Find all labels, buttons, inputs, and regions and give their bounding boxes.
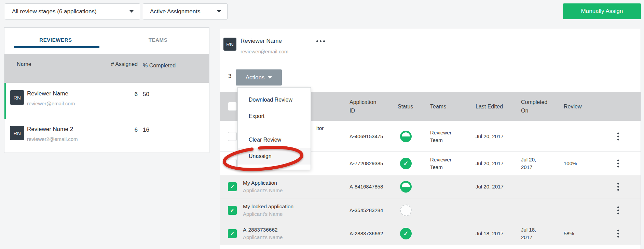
column-assigned: # Assigned	[104, 61, 138, 67]
row-menu-icon[interactable]	[613, 183, 623, 191]
assigned-count: 6	[104, 127, 138, 133]
row-menu-icon[interactable]	[613, 159, 623, 167]
teams-cell: Reviewer Team	[430, 156, 463, 171]
chevron-down-icon	[129, 10, 134, 13]
application-id: A-8416847858	[350, 183, 384, 191]
column-status: Status	[398, 102, 425, 111]
assigned-count: 6	[104, 91, 138, 98]
menu-item-export[interactable]: Export	[238, 108, 311, 124]
applicant-name: Applicant's Name	[243, 234, 342, 241]
application-id: A-7720829385	[350, 160, 384, 167]
selected-count: 3	[228, 73, 231, 80]
application-id: A-3545283284	[350, 207, 384, 214]
application-row[interactable]: ✓ My Application Applicant's Name A-8416…	[220, 175, 641, 198]
row-checkbox-checked[interactable]: ✓	[228, 182, 237, 191]
teams-cell: Reviewer Team	[430, 129, 463, 144]
avatar: RN	[223, 38, 236, 51]
column-name: Name	[17, 61, 31, 67]
completed-percent: 16	[143, 127, 149, 133]
reviewer-name: Reviewer Name 2	[27, 126, 73, 133]
menu-divider	[238, 128, 311, 128]
last-edited-cell: Jul 20, 2017	[476, 183, 516, 191]
row-menu-icon[interactable]	[613, 132, 623, 140]
menu-item-clear-review[interactable]: Clear Review	[238, 132, 311, 148]
manually-assign-button[interactable]: Manually Assign	[563, 3, 641, 19]
selected-indicator	[4, 83, 6, 119]
review-cell: 100%	[564, 160, 591, 167]
application-name-fragment: itor	[316, 124, 342, 132]
status-complete-icon: ✓	[400, 228, 412, 239]
row-checkbox[interactable]	[228, 132, 237, 141]
column-review: Review	[564, 102, 591, 111]
row-menu-icon[interactable]	[613, 206, 623, 214]
review-stage-filter-dropdown[interactable]: All review stages (6 applications)	[5, 3, 140, 19]
application-name: My locked application	[243, 203, 342, 210]
actions-button[interactable]: Actions	[236, 69, 282, 86]
completed-percent: 50	[143, 91, 149, 98]
row-checkbox-checked[interactable]: ✓	[228, 229, 237, 238]
column-completed-on: Completed On	[521, 98, 553, 115]
avatar: RN	[10, 90, 24, 105]
assignment-filter-dropdown[interactable]: Active Assignments	[143, 3, 228, 19]
menu-item-download-review[interactable]: Download Review	[238, 92, 311, 108]
reviewers-table-header: Name # Assigned % Completed	[4, 54, 209, 83]
application-row[interactable]: ✓ A-2883736662 Applicant's Name A-288373…	[220, 222, 641, 245]
chevron-down-icon	[268, 76, 272, 79]
application-row[interactable]: ✓ My locked application Applicant's Name…	[220, 198, 641, 222]
completed-on-cell: Jul 18, 2017	[521, 226, 542, 241]
status-complete-icon: ✓	[400, 158, 412, 169]
completed-on-cell: Jul 20, 2017	[521, 156, 542, 171]
active-tab-underline	[14, 46, 99, 48]
avatar: RN	[10, 126, 24, 140]
column-completed: % Completed	[143, 61, 180, 70]
application-id: A-2883736662	[350, 230, 384, 237]
status-in-progress-icon	[400, 181, 412, 193]
select-all-checkbox[interactable]	[228, 102, 237, 111]
status-in-progress-icon	[400, 131, 412, 142]
review-stage-filter-value: All review stages (6 applications)	[12, 8, 97, 15]
reviewer-email: reviewer@email.com	[27, 101, 75, 106]
chevron-down-icon	[217, 10, 221, 13]
status-pending-icon	[400, 205, 412, 216]
reviewers-panel: REVIEWERS TEAMS Name # Assigned % Comple…	[4, 27, 209, 153]
actions-menu: Download Review Export Clear Review Unas…	[237, 87, 311, 170]
application-name: My Application	[243, 179, 342, 187]
column-application-id: Application ID	[350, 98, 382, 115]
review-cell: 58%	[564, 230, 591, 237]
detail-reviewer-email: reviewer@email.com	[241, 49, 288, 54]
column-teams: Teams	[430, 102, 463, 111]
reviewer-email: reviewer2@email.com	[27, 136, 78, 142]
more-options-icon[interactable]	[316, 40, 325, 42]
application-name: A-2883736662	[243, 226, 342, 234]
column-last-edited: Last Edited	[476, 102, 516, 111]
menu-item-unassign[interactable]: Unassign	[238, 148, 311, 165]
application-id: A-4069153475	[350, 133, 384, 140]
reviewer-name: Reviewer Name	[27, 90, 68, 97]
last-edited-cell: Jul 20, 2017	[476, 160, 516, 167]
last-edited-cell: Jul 18, 2017	[476, 230, 516, 237]
detail-reviewer-name: Reviewer Name	[241, 38, 282, 44]
assignment-filter-value: Active Assignments	[150, 8, 200, 15]
applicant-name: Applicant's Name	[243, 210, 342, 218]
tab-reviewers[interactable]: REVIEWERS	[4, 37, 107, 43]
row-menu-icon[interactable]	[613, 230, 623, 238]
applicant-name: Applicant's Name	[243, 187, 342, 194]
row-checkbox[interactable]	[228, 159, 237, 168]
reviewer-row[interactable]: RN Reviewer Name reviewer@email.com 6 50	[4, 83, 209, 119]
reviewer-row[interactable]: RN Reviewer Name 2 reviewer2@email.com 6…	[4, 119, 209, 153]
tab-teams[interactable]: TEAMS	[107, 37, 209, 43]
application-row-partial	[220, 245, 641, 249]
last-edited-cell: Jul 20, 2017	[476, 133, 516, 140]
row-checkbox-checked[interactable]: ✓	[228, 206, 237, 215]
